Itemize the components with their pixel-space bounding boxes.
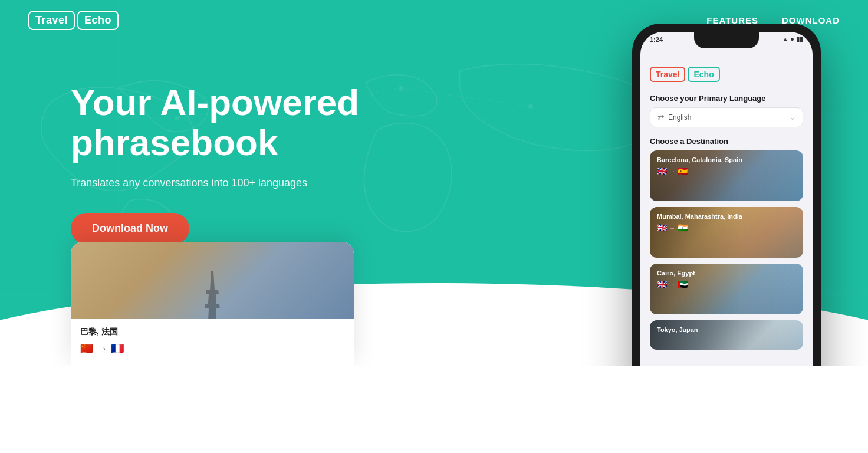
phone-frame: 1:24 ▲ ● ▮▮ Travel Echo Choose your Prim… — [632, 24, 821, 366]
paris-card-container: 巴黎, 法国 🇨🇳 → 🇫🇷 — [71, 242, 354, 366]
arrow-icon: → — [97, 343, 107, 355]
destination-card-barcelona[interactable]: Barcelona, Catalonia, Spain 🇬🇧 → 🇪🇸 — [650, 150, 803, 201]
nav-features[interactable]: FEATURES — [706, 15, 758, 25]
barcelona-content: Barcelona, Catalonia, Spain 🇬🇧 → 🇪🇸 — [650, 150, 803, 182]
destination-card-mumbai[interactable]: Mumbai, Maharashtra, India 🇬🇧 → 🇮🇳 — [650, 207, 803, 258]
tokyo-name: Tokyo, Japan — [657, 326, 796, 333]
nav-links: FEATURES DOWNLOAD — [706, 15, 840, 26]
logo-echo: Echo — [77, 11, 119, 30]
paris-card[interactable]: 巴黎, 法国 🇨🇳 → 🇫🇷 — [71, 242, 354, 366]
flag-to-paris: 🇫🇷 — [111, 342, 124, 355]
app-logo-phone: Travel Echo — [650, 67, 803, 82]
arrow-icon: → — [669, 168, 675, 175]
hero-title: Your AI-powered phrasebook — [71, 83, 401, 163]
download-now-button[interactable]: Download Now — [71, 213, 189, 244]
mumbai-name: Mumbai, Maharashtra, India — [657, 213, 796, 220]
destination-card-cairo[interactable]: Cairo, Egypt 🇬🇧 → 🇦🇪 — [650, 264, 803, 314]
navbar: Travel Echo FEATURES DOWNLOAD — [0, 0, 868, 41]
phone-mockup: 1:24 ▲ ● ▮▮ Travel Echo Choose your Prim… — [632, 24, 821, 366]
paris-flags: 🇨🇳 → 🇫🇷 — [80, 342, 344, 355]
flag-from-barcelona: 🇬🇧 — [657, 166, 667, 176]
flag-to-mumbai: 🇮🇳 — [678, 223, 688, 232]
language-selector[interactable]: ⇄ English ⌄ — [650, 107, 803, 127]
hero-section: Your AI-powered phrasebook Translates an… — [0, 0, 868, 366]
arrow-icon: → — [669, 225, 675, 231]
below-hero — [0, 366, 868, 453]
hero-subtitle: Translates any conversations into 100+ l… — [71, 177, 401, 189]
logo-travel: Travel — [28, 11, 75, 30]
destination-title: Choose a Destination — [650, 137, 803, 146]
language-value: English — [668, 113, 691, 122]
phone-inner: Travel Echo Choose your Primary Language… — [640, 43, 813, 365]
nav-download[interactable]: DOWNLOAD — [782, 15, 840, 25]
logo[interactable]: Travel Echo — [28, 11, 119, 30]
flag-from-paris: 🇨🇳 — [80, 342, 93, 355]
flag-from-cairo: 🇬🇧 — [657, 280, 667, 289]
phone-logo-echo: Echo — [688, 67, 719, 82]
phone-screen: 1:24 ▲ ● ▮▮ Travel Echo Choose your Prim… — [640, 32, 813, 366]
mumbai-flags: 🇬🇧 → 🇮🇳 — [657, 223, 796, 232]
paris-title: 巴黎, 法国 — [80, 327, 344, 337]
flag-from-mumbai: 🇬🇧 — [657, 223, 667, 232]
paris-card-image — [71, 242, 354, 319]
lang-selector-left: ⇄ English — [657, 113, 691, 122]
cairo-content: Cairo, Egypt 🇬🇧 → 🇦🇪 — [650, 264, 803, 295]
barcelona-name: Barcelona, Catalonia, Spain — [657, 156, 796, 163]
svg-point-10 — [528, 104, 533, 109]
chevron-down-icon: ⌄ — [790, 113, 795, 122]
translate-icon: ⇄ — [657, 113, 665, 122]
destination-card-tokyo[interactable]: Tokyo, Japan — [650, 320, 803, 350]
mumbai-content: Mumbai, Maharashtra, India 🇬🇧 → 🇮🇳 — [650, 207, 803, 238]
cairo-flags: 🇬🇧 → 🇦🇪 — [657, 280, 796, 289]
barcelona-flags: 🇬🇧 → 🇪🇸 — [657, 166, 796, 176]
arrow-icon: → — [669, 281, 675, 288]
tokyo-content: Tokyo, Japan — [650, 320, 803, 342]
svg-line-12 — [401, 88, 531, 106]
flag-to-barcelona: 🇪🇸 — [678, 166, 688, 176]
phone-logo-travel: Travel — [650, 67, 685, 82]
flag-to-cairo: 🇦🇪 — [678, 280, 688, 289]
cairo-name: Cairo, Egypt — [657, 270, 796, 277]
hero-content: Your AI-powered phrasebook Translates an… — [0, 0, 401, 280]
primary-lang-title: Choose your Primary Language — [650, 94, 803, 103]
paris-card-body: 巴黎, 法国 🇨🇳 → 🇫🇷 — [71, 319, 354, 366]
